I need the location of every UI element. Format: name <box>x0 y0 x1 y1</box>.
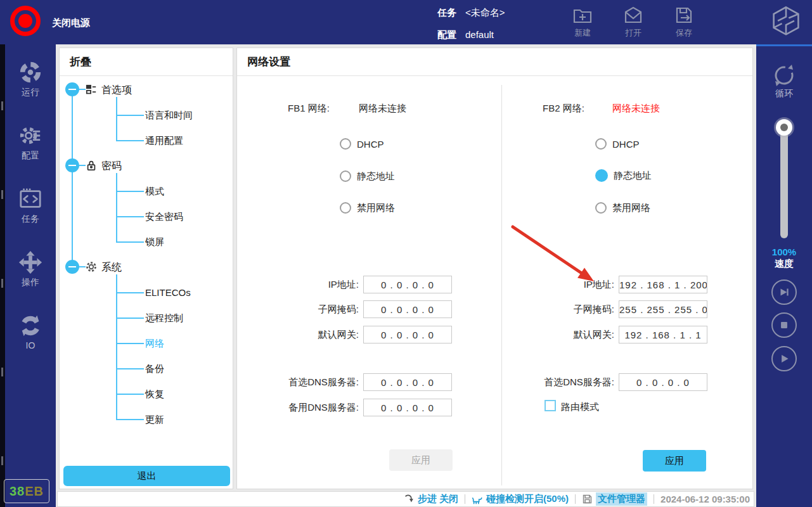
fb1-gateway-label: 默认网关: <box>256 325 359 344</box>
fb2-radio-static[interactable]: 静态地址 <box>595 169 652 182</box>
fb1-radio-static[interactable]: 静态地址 <box>340 170 395 183</box>
sidebar-item-operate[interactable]: 操作 <box>5 250 56 288</box>
play-icon <box>777 352 791 366</box>
tree-item-safety-password[interactable]: 安全密码 <box>145 210 183 223</box>
config-gear-icon <box>18 124 42 148</box>
tree-header[interactable]: 折叠 <box>70 55 91 69</box>
collision-detection-toggle[interactable]: 碰撞检测开启(50%) <box>472 493 569 505</box>
speed-label: 速度 <box>756 258 812 270</box>
tree-item-network[interactable]: 网络 <box>145 337 164 350</box>
top-bar: 关闭电源 任务 <未命名> 配置 default 新建 打开 保存 <box>0 0 812 44</box>
stop-button[interactable] <box>771 312 797 338</box>
fb1-radio-disable[interactable]: 禁用网络 <box>340 202 395 214</box>
status-separator <box>575 494 576 504</box>
tree-item-update[interactable]: 更新 <box>145 413 164 426</box>
sidebar-item-label: IO <box>5 340 56 350</box>
fb2-radio-dhcp[interactable]: DHCP <box>595 138 640 150</box>
tree-item-language-time[interactable]: 语言和时间 <box>145 109 193 122</box>
fb2-radio-disable[interactable]: 禁用网络 <box>595 202 650 214</box>
fb2-mask-input[interactable] <box>619 300 707 318</box>
status-badge: 38EB <box>4 479 49 503</box>
tree-item-elitecos[interactable]: ELITECOs <box>145 286 191 299</box>
sidebar-item-io[interactable]: IO <box>5 314 56 350</box>
speed-slider-track[interactable] <box>780 132 788 238</box>
fb2-status: 网络未连接 <box>612 103 660 115</box>
tree-item-mode[interactable]: 模式 <box>145 185 164 198</box>
collapse-toggle-preferences[interactable] <box>65 82 79 96</box>
step-mode-icon <box>404 494 415 504</box>
task-value: <未命名> <box>465 7 505 19</box>
radio-icon <box>595 138 607 150</box>
router-mode-label[interactable]: 路由模式 <box>561 401 599 413</box>
fb2-dns1-label: 首选DNS服务器: <box>510 373 614 392</box>
network-settings-panel: 网络设置 FB1 网络: 网络未连接 DHCP 静态地址 禁用网络 IP地址: … <box>236 48 753 489</box>
settings-tree-panel: 折叠 首选项 语言和时间 通用配置 密码 模式 安全密码 锁屏 系统 ELITE… <box>59 48 233 489</box>
fb1-radio-dhcp[interactable]: DHCP <box>340 138 384 150</box>
fb2-apply-button[interactable]: 应用 <box>643 450 706 472</box>
new-button[interactable]: 新建 <box>562 5 603 39</box>
play-button[interactable] <box>771 346 797 371</box>
config-value: default <box>465 29 494 41</box>
config-label: 配置 <box>437 29 456 41</box>
fb2-ip-input[interactable] <box>619 276 707 293</box>
preferences-icon <box>86 84 97 96</box>
badge-yellow-text: EB <box>25 484 44 499</box>
sidebar-item-label: 配置 <box>5 150 56 162</box>
fb1-mask-input[interactable] <box>363 300 452 318</box>
tree-item-general-config[interactable]: 通用配置 <box>145 134 183 147</box>
tree-header-divider <box>60 75 233 76</box>
power-status-icon[interactable] <box>10 6 41 36</box>
save-button-label: 保存 <box>663 27 705 39</box>
fb2-dns1-input[interactable] <box>619 373 707 391</box>
step-mode-toggle[interactable]: 步进 关闭 <box>404 493 458 505</box>
config-row: 配置 default <box>437 29 494 41</box>
router-mode-checkbox[interactable] <box>545 400 556 411</box>
radio-icon <box>340 202 351 214</box>
file-manager-button[interactable]: 文件管理器 <box>582 492 647 506</box>
tree-item-system[interactable]: 系统 <box>101 261 122 274</box>
fb1-dns1-input[interactable] <box>363 373 452 391</box>
skip-next-icon <box>777 285 791 299</box>
collision-detection-icon <box>472 494 483 505</box>
exit-button[interactable]: 退出 <box>63 466 230 486</box>
fb1-status: 网络未连接 <box>359 103 406 115</box>
tree-item-restore[interactable]: 恢复 <box>145 388 164 401</box>
speed-slider-knob[interactable] <box>776 119 792 136</box>
power-off-button[interactable]: 关闭电源 <box>52 17 90 29</box>
fb1-dns2-label: 备用DNS服务器: <box>256 398 359 417</box>
badge-green-text: 38 <box>10 484 25 499</box>
power-dot-icon <box>18 14 32 28</box>
fb1-dns2-input[interactable] <box>363 399 452 416</box>
fb1-gateway-input[interactable] <box>363 326 452 343</box>
tree-group2-line <box>116 173 117 242</box>
fb2-gateway-input[interactable] <box>619 326 707 343</box>
tree-item-password[interactable]: 密码 <box>101 160 122 173</box>
file-manager-icon <box>582 494 593 504</box>
left-edge-strip <box>0 44 5 507</box>
save-button[interactable]: 保存 <box>663 5 705 39</box>
step-next-button[interactable] <box>771 279 797 305</box>
status-separator <box>654 494 654 504</box>
task-row: 任务 <未命名> <box>437 7 505 19</box>
collision-detection-label: 碰撞检测开启(50%) <box>486 493 569 505</box>
collapse-toggle-system[interactable] <box>65 260 79 274</box>
tree-item-lock-screen[interactable]: 锁屏 <box>145 236 164 248</box>
radio-selected-icon <box>595 169 608 182</box>
sidebar-item-run[interactable]: 运行 <box>5 60 56 98</box>
sidebar-item-task[interactable]: 任务 <box>5 187 56 225</box>
fb2-label: FB2 网络: <box>543 103 584 115</box>
fb2-ip-label: IP地址: <box>510 275 614 294</box>
collapse-toggle-password[interactable] <box>65 158 79 172</box>
column-divider <box>501 85 502 485</box>
move-arrows-icon <box>18 250 42 274</box>
brand-logo-icon[interactable] <box>768 4 804 40</box>
tree-item-preferences[interactable]: 首选项 <box>101 84 132 97</box>
speed-value: 100% <box>756 247 812 257</box>
tree-item-remote-control[interactable]: 远程控制 <box>145 312 183 324</box>
open-button[interactable]: 打开 <box>612 5 654 39</box>
loop-button[interactable] <box>756 63 812 91</box>
fb1-ip-input[interactable] <box>363 276 452 293</box>
tree-item-backup[interactable]: 备份 <box>145 363 164 375</box>
sidebar-item-config[interactable]: 配置 <box>5 124 56 162</box>
step-mode-label: 步进 关闭 <box>418 493 458 505</box>
